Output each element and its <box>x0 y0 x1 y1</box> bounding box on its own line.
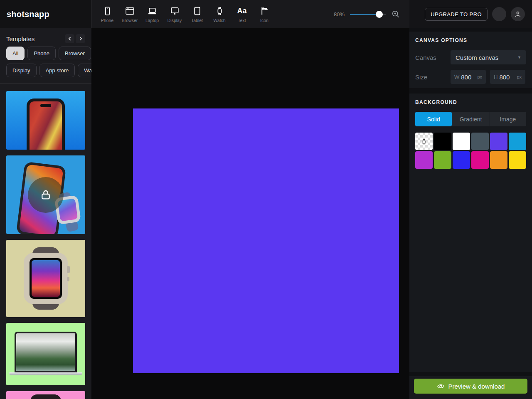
tool-display[interactable]: Display <box>163 2 186 27</box>
chevron-left-icon <box>67 36 72 41</box>
preview-download-label: Preview & download <box>448 383 505 390</box>
templates-sidebar: Templates All Phone Browser Tablet Displ… <box>0 28 91 399</box>
filter-all[interactable]: All <box>6 47 25 60</box>
filter-phone[interactable]: Phone <box>27 47 56 60</box>
preview-download-button[interactable]: Preview & download <box>414 379 527 394</box>
width-field: W px <box>451 70 486 84</box>
background-section: BACKGROUND Solid Gradient Image <box>409 94 532 372</box>
tool-icon[interactable]: Icon <box>253 2 276 27</box>
tablet-icon <box>192 6 202 16</box>
filter-row-1: All Phone Browser Tablet <box>6 47 85 60</box>
template-laptop[interactable] <box>6 323 85 385</box>
height-field: H px <box>490 70 525 84</box>
template-nav <box>65 34 85 43</box>
avatar[interactable] <box>492 7 506 21</box>
panel-footer: Preview & download <box>409 376 532 399</box>
eye-icon <box>437 382 445 390</box>
phone-icon <box>102 6 113 16</box>
editor-area <box>91 28 409 399</box>
flag-icon <box>259 6 270 16</box>
canvas-type-select[interactable]: Custom canvas ▼ <box>451 50 526 64</box>
size-label: Size <box>415 74 451 81</box>
device-toolbar: Phone Browser Laptop Display Tablet Watc… <box>91 0 409 28</box>
canvas-label: Canvas <box>415 54 451 61</box>
template-phone[interactable] <box>6 91 85 150</box>
tool-label: Text <box>238 18 246 23</box>
topbar: shotsnapp Phone Browser Laptop Display T… <box>0 0 532 28</box>
swatch-purple[interactable] <box>490 133 507 150</box>
zoom-slider-handle[interactable] <box>376 11 383 18</box>
swatch-yellow[interactable] <box>509 151 526 169</box>
tool-label: Laptop <box>145 18 159 23</box>
template-phone-pink[interactable] <box>6 391 85 399</box>
tool-label: Watch <box>213 18 225 23</box>
height-input[interactable] <box>499 74 513 81</box>
lock-icon <box>39 188 52 202</box>
swatch-blue[interactable] <box>453 151 470 169</box>
app-root: shotsnapp Phone Browser Laptop Display T… <box>0 0 532 399</box>
tool-label: Tablet <box>191 18 203 23</box>
filter-row-2: Display App store Watch <box>6 64 85 77</box>
height-unit: px <box>517 74 522 79</box>
swatch-transparent[interactable] <box>415 133 433 150</box>
templates-next-button[interactable] <box>76 34 85 43</box>
tool-tablet[interactable]: Tablet <box>186 2 208 27</box>
topbar-account-area: UPGRADE TO PRO <box>409 0 532 28</box>
filter-browser[interactable]: Browser <box>59 47 91 60</box>
laptop-mockup <box>15 332 77 372</box>
tool-label: Phone <box>101 18 113 23</box>
swatch-magenta[interactable] <box>415 151 433 169</box>
tab-image[interactable]: Image <box>490 112 526 126</box>
canvas-artboard[interactable] <box>133 108 399 373</box>
zoom-slider-fill <box>350 14 376 15</box>
user-icon <box>514 10 522 18</box>
width-unit: px <box>477 74 482 79</box>
tab-gradient[interactable]: Gradient <box>452 112 489 126</box>
zoom-in-icon[interactable] <box>391 10 400 19</box>
background-heading: BACKGROUND <box>415 99 526 105</box>
pro-lock-badge <box>28 177 64 213</box>
templates-prev-button[interactable] <box>65 34 74 43</box>
zoom-level: 80% <box>334 11 345 17</box>
tab-solid[interactable]: Solid <box>415 112 452 126</box>
template-watch[interactable] <box>6 240 85 317</box>
swatch-orange[interactable] <box>490 151 507 169</box>
laptop-icon <box>147 6 158 16</box>
canvas-options-section: CANVAS OPTIONS Canvas Custom canvas ▼ Si… <box>409 32 532 88</box>
zoom-slider[interactable] <box>350 14 386 15</box>
template-phone-watch[interactable] <box>6 155 85 234</box>
width-input[interactable] <box>461 74 475 81</box>
tool-label: Browser <box>122 18 138 23</box>
tool-text[interactable]: Aa Text <box>231 2 253 27</box>
width-prefix: W <box>454 74 459 80</box>
filter-display[interactable]: Display <box>6 64 37 77</box>
swatch-white[interactable] <box>453 133 470 150</box>
filter-watch[interactable]: Watch <box>78 64 91 77</box>
upgrade-to-pro-button[interactable]: UPGRADE TO PRO <box>425 8 488 21</box>
swatch-black[interactable] <box>434 133 451 150</box>
tool-watch[interactable]: Watch <box>208 2 231 27</box>
canvas-options-heading: CANVAS OPTIONS <box>415 37 526 43</box>
swatch-slate[interactable] <box>471 133 489 150</box>
text-icon: Aa <box>237 6 246 16</box>
swatch-grid <box>415 133 526 169</box>
filter-app-store[interactable]: App store <box>39 64 75 77</box>
background-tabs: Solid Gradient Image <box>415 112 526 126</box>
swatch-pink[interactable] <box>471 151 489 169</box>
logo: shotsnapp <box>0 0 91 28</box>
tool-label: Icon <box>260 18 268 23</box>
phone-mockup <box>30 394 61 399</box>
tool-browser[interactable]: Browser <box>118 2 141 27</box>
tool-laptop[interactable]: Laptop <box>141 2 163 27</box>
template-list <box>0 84 91 399</box>
logo-text: shotsnapp <box>7 10 49 19</box>
account-button[interactable] <box>511 7 525 21</box>
sidebar-header: Templates All Phone Browser Tablet Displ… <box>0 28 91 77</box>
options-panel: CANVAS OPTIONS Canvas Custom canvas ▼ Si… <box>409 28 532 399</box>
swatch-green[interactable] <box>434 151 451 169</box>
tool-phone[interactable]: Phone <box>96 2 118 27</box>
chevron-right-icon <box>78 36 83 41</box>
swatch-sky-blue[interactable] <box>509 133 526 150</box>
browser-icon <box>125 6 135 16</box>
watch-icon <box>214 6 225 16</box>
